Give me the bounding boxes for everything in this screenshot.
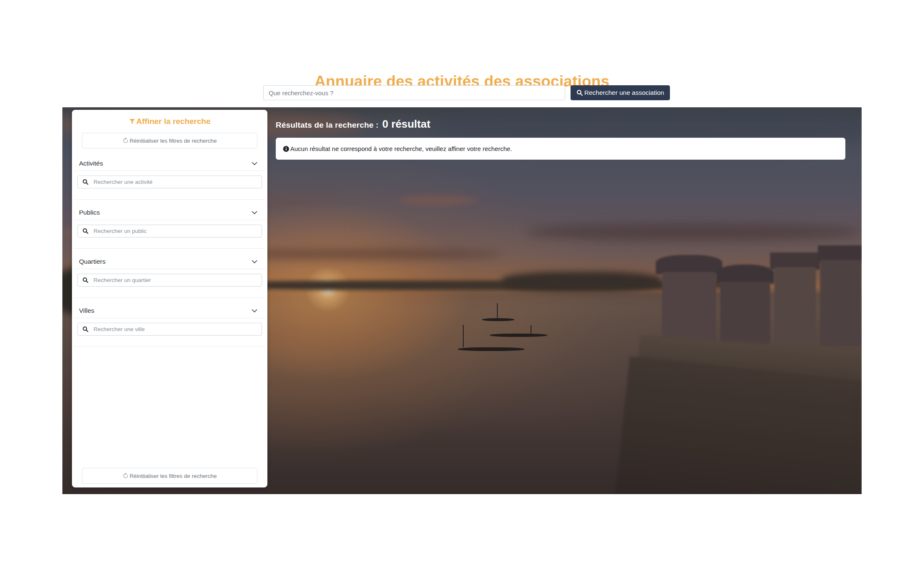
divider: [74, 199, 265, 200]
activity-search-input[interactable]: [77, 176, 262, 188]
section-label: Publics: [79, 209, 100, 216]
public-search-input[interactable]: [77, 225, 262, 237]
search-icon: [82, 277, 89, 283]
search-button-label: Rechercher une association: [584, 89, 664, 96]
section-toggle-quartiers[interactable]: Quartiers: [72, 255, 267, 269]
chevron-down-icon[interactable]: [251, 160, 258, 167]
divider: [74, 346, 265, 347]
reset-filters-button-bottom[interactable]: Réinitialiser les filtres de recherche: [82, 468, 257, 484]
divider: [74, 171, 265, 171]
section-label: Activités: [79, 160, 103, 167]
info-icon: [283, 146, 289, 152]
filter-section-activites: Activités: [72, 156, 267, 200]
filter-sections: Activités Publics: [72, 156, 267, 353]
filter-section-villes: Villes: [72, 304, 267, 347]
main-search-bar: Rechercher une association: [263, 85, 670, 100]
divider: [74, 220, 265, 220]
section-label: Quartiers: [79, 258, 106, 265]
filter-sidebar: Affiner la recherche Réinitialiser les f…: [72, 110, 267, 487]
results-count: 0 résultat: [382, 118, 430, 131]
search-icon: [82, 179, 89, 185]
reset-filters-button-top[interactable]: Réinitialiser les filtres de recherche: [82, 133, 257, 148]
sidebar-title: Affiner la recherche: [72, 117, 267, 126]
chevron-down-icon[interactable]: [251, 307, 258, 314]
search-icon: [82, 326, 89, 332]
divider: [74, 318, 265, 318]
search-input[interactable]: [263, 85, 565, 100]
filter-section-quartiers: Quartiers: [72, 255, 267, 298]
divider: [74, 297, 265, 298]
refresh-icon: [123, 473, 128, 479]
divider: [74, 269, 265, 269]
results-label: Résultats de la recherche :: [276, 121, 378, 130]
refresh-icon: [123, 138, 128, 143]
no-results-message: Aucun résultat ne correspond à votre rec…: [290, 145, 512, 152]
section-toggle-activites[interactable]: Activités: [72, 156, 267, 171]
search-button[interactable]: Rechercher une association: [571, 85, 670, 100]
filter-section-publics: Publics: [72, 205, 267, 249]
section-toggle-publics[interactable]: Publics: [72, 205, 267, 220]
results-header: Résultats de la recherche : 0 résultat: [276, 118, 430, 131]
district-search-input[interactable]: [77, 274, 262, 287]
no-results-alert: Aucun résultat ne correspond à votre rec…: [276, 138, 845, 160]
section-label: Villes: [79, 307, 94, 314]
city-search-input[interactable]: [77, 323, 262, 336]
page: Annuaire des activités des associations …: [0, 0, 924, 564]
chevron-down-icon[interactable]: [251, 209, 258, 216]
divider: [74, 248, 265, 249]
filter-icon: [129, 118, 136, 125]
chevron-down-icon[interactable]: [251, 258, 258, 265]
search-icon: [82, 228, 89, 234]
section-toggle-villes[interactable]: Villes: [72, 304, 267, 318]
search-icon: [576, 89, 583, 96]
